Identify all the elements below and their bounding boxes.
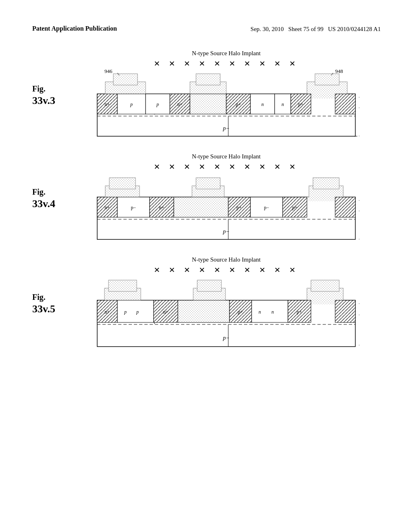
svg-text:←136P: ←136P <box>358 133 359 139</box>
x-row-1: × × × × × × × × × × <box>154 58 299 70</box>
header: Patent Application Publication Sep. 30, … <box>32 24 381 34</box>
svg-text:p+: p+ <box>292 205 298 210</box>
svg-text:n: n <box>259 309 261 315</box>
svg-rect-101 <box>311 280 339 291</box>
svg-text:p+: p+ <box>238 309 243 315</box>
svg-rect-46 <box>335 94 355 114</box>
svg-text:n+: n+ <box>105 309 110 315</box>
svg-rect-81 <box>335 197 355 217</box>
header-info: Sep. 30, 2010 Sheet 75 of 99 US 2010/024… <box>250 24 381 34</box>
svg-rect-23 <box>196 74 220 85</box>
svg-text:n+: n+ <box>159 205 165 210</box>
svg-rect-105 <box>117 300 154 322</box>
fig-33v5-label: Fig. 33v.5 <box>32 292 65 315</box>
date: Sep. 30, 2010 <box>250 26 284 32</box>
implant-label-2: N-type Source Halo Implant <box>192 153 261 160</box>
figure-33v4-row: Fig. 33v.4 N-type Source Halo Implant × … <box>32 153 381 243</box>
svg-rect-19 <box>113 74 138 85</box>
svg-text:p−: p− <box>223 125 229 131</box>
svg-text:p: p <box>130 102 133 107</box>
figure-33v5-row: Fig. 33v.5 N-type Source Halo Implant × … <box>32 256 381 351</box>
svg-text:p−: p− <box>131 205 136 210</box>
svg-text:p+: p+ <box>298 102 304 107</box>
x-row-3: × × × × × × × × × × <box>154 264 299 276</box>
patent-num: US 2010/0244128 A1 <box>328 26 381 32</box>
implant-label-3: N-type Source Halo Implant <box>192 256 261 263</box>
svg-text:←960: ←960 <box>358 197 359 203</box>
svg-text:n+: n+ <box>105 205 110 210</box>
publication-title: Patent Application Publication <box>32 24 117 33</box>
svg-text:p: p <box>124 309 127 315</box>
svg-rect-97 <box>108 280 137 291</box>
svg-text:p−: p− <box>223 335 229 341</box>
svg-text:←136P: ←136P <box>358 342 359 348</box>
svg-text:p: p <box>156 102 159 107</box>
svg-rect-62 <box>109 178 136 189</box>
fig-33v3-diagram: N-type Source Halo Implant × × × × × × ×… <box>72 50 381 140</box>
svg-text:n+: n+ <box>177 102 183 107</box>
svg-rect-74 <box>174 197 228 217</box>
svg-text:n+: n+ <box>163 309 169 315</box>
fig-33v5-diagram: N-type Source Halo Implant × × × × × × ×… <box>72 256 381 351</box>
svg-text:p+: p+ <box>237 205 242 210</box>
figures-container: Fig. 33v.3 N-type Source Halo Implant × … <box>32 50 381 351</box>
svg-rect-110 <box>178 300 229 322</box>
fig-33v3-svg: p− p n ←136P <box>93 70 359 140</box>
fig-33v5-svg: p− p n ←136P <box>93 276 359 351</box>
svg-rect-113 <box>252 300 288 322</box>
svg-text:948: 948 <box>335 70 343 74</box>
svg-rect-25 <box>315 74 339 85</box>
svg-text:n: n <box>261 102 264 107</box>
svg-rect-118 <box>335 300 355 322</box>
svg-text:p+: p+ <box>236 102 241 107</box>
svg-rect-37 <box>190 94 226 114</box>
svg-text:←960: ←960 <box>358 94 359 100</box>
fig-33v4-label: Fig. 33v.4 <box>32 187 65 210</box>
svg-text:←138: ←138 <box>358 104 359 110</box>
sheet: Sheet 75 of 99 <box>288 26 323 32</box>
figure-33v3-row: Fig. 33v.3 N-type Source Halo Implant × … <box>32 50 381 140</box>
svg-text:←138: ←138 <box>358 208 359 214</box>
svg-rect-66 <box>313 178 339 189</box>
fig-33v3-label: Fig. 33v.3 <box>32 83 65 107</box>
svg-text:p+: p+ <box>297 309 302 315</box>
svg-text:n+: n+ <box>105 102 110 107</box>
svg-rect-64 <box>196 178 220 189</box>
svg-text:←138: ←138 <box>358 312 359 318</box>
fig-33v4-diagram: N-type Source Halo Implant × × × × × × ×… <box>72 153 381 243</box>
svg-rect-99 <box>197 280 221 291</box>
svg-text:←960: ←960 <box>358 300 359 306</box>
svg-text:n: n <box>282 102 284 107</box>
svg-text:p−: p− <box>264 205 269 210</box>
x-row-2: × × × × × × × × × × <box>154 161 299 173</box>
svg-text:p: p <box>136 309 139 315</box>
fig-33v4-svg: p− p n ←136P <box>93 173 359 243</box>
svg-text:n: n <box>271 309 274 315</box>
svg-text:←136P: ←136P <box>358 236 359 242</box>
svg-text:p−: p− <box>223 229 229 235</box>
svg-text:946: 946 <box>104 70 113 74</box>
implant-label-1: N-type Source Halo Implant <box>192 50 261 57</box>
page: Patent Application Publication Sep. 30, … <box>0 0 413 532</box>
